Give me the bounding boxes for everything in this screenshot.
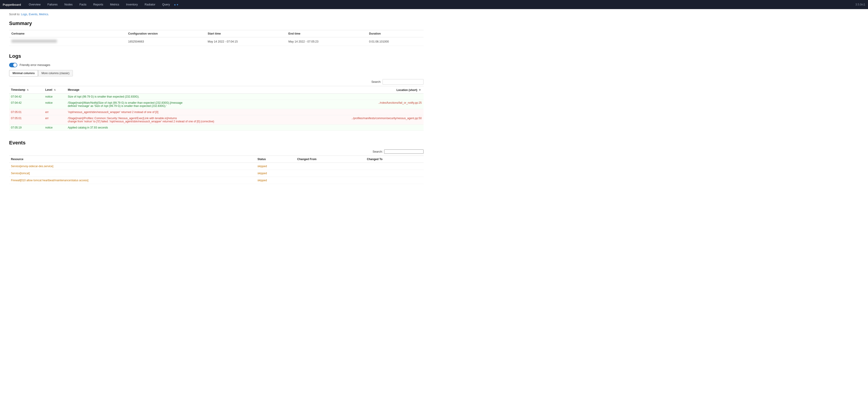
summary-heading: Summary [9,21,424,26]
col-duration: Duration [367,30,424,37]
col-end-time: End time [286,30,367,37]
logs-col-location[interactable]: Location (short) + [305,86,424,94]
friendly-messages-toggle[interactable] [9,63,17,67]
nav-item-facts[interactable]: Facts [76,2,90,7]
config-version-cell: 1652504663 [126,37,206,46]
event-changed-to [365,170,424,177]
nav-item-nodes[interactable]: Nodes [61,2,76,7]
event-resource: Service[tomcat] [9,170,256,177]
log-row: 07:05:01 err /Stage[main]/Profiles::Comm… [9,115,424,125]
events-col-resource: Resource [9,156,256,163]
event-status: skipped [256,163,295,170]
log-message: '/opt/nessus_agent/sbin/nessuscli_wrappe… [66,109,306,115]
certname-cell [9,37,126,46]
scroll-to-events[interactable]: Events [29,13,37,16]
events-col-changed-to: Changed To [365,156,424,163]
logs-col-message[interactable]: Message [66,86,306,94]
event-row: Service[envoy-sidecar-des.service] skipp… [9,163,424,170]
event-changed-to [365,177,424,184]
event-status: skipped [256,170,295,177]
event-resource: Firewall[010 allow tomcat heartbeat/main… [9,177,256,184]
log-timestamp: 07:04:42 [9,100,43,109]
scroll-to-bar: Scroll to: Logs, Events, Metrics. [9,13,424,16]
view-tabs: Minimal columns More columns (classic) [9,70,424,76]
log-location: ../profiles/manifests/common/security/ne… [305,115,424,125]
log-level: notice [43,94,66,100]
nav-dot: ● ▾ [174,3,178,6]
main-content: Scroll to: Logs, Events, Metrics. Summar… [0,9,433,187]
event-row: Firewall[010 allow tomcat heartbeat/main… [9,177,424,184]
scroll-to-logs[interactable]: Logs [21,13,27,16]
events-section: Events Search: Resource Status Changed F… [9,140,424,184]
logs-col-timestamp[interactable]: Timestamp ⇅ [9,86,43,94]
timestamp-sort-icon: ⇅ [27,89,29,91]
end-time-cell: May 14 2022 - 07:05:23 [286,37,367,46]
log-level: notice [43,125,66,131]
add-column-icon[interactable]: + [418,87,422,93]
events-col-changed-from: Changed From [295,156,365,163]
logs-heading: Logs [9,53,424,59]
event-row: Service[tomcat] skipped [9,170,424,177]
log-message: Size of /opt (99.79 G) is smaller than e… [66,94,306,100]
summary-table: Certname Configuration version Start tim… [9,30,424,46]
log-level: err [43,109,66,115]
events-search-label: Search: [373,150,383,153]
log-message: Applied catalog in 37.93 seconds [66,125,306,131]
friendly-toggle-row: Friendly error messages [9,63,424,67]
nav-item-query[interactable]: Query [159,2,173,7]
event-changed-from [295,163,365,170]
logs-search-input[interactable] [382,79,424,84]
events-col-status: Status [256,156,295,163]
summary-row: 1652504663 May 14 2022 - 07:04:15 May 14… [9,37,424,46]
scroll-to-metrics[interactable]: Metrics [39,13,48,16]
log-message: /Stage[main]/Profiles::Common::Security:… [66,115,306,125]
duration-cell: 0:01:08.101000 [367,37,424,46]
log-row: 07:04:42 notice Size of /opt (99.79 G) i… [9,94,424,100]
start-time-cell: May 14 2022 - 07:04:15 [206,37,286,46]
nav-item-radiator[interactable]: Radiator [142,2,158,7]
log-location [305,94,424,100]
nav-item-reports[interactable]: Reports [90,2,106,7]
events-table: Resource Status Changed From Changed To … [9,155,424,184]
event-status: skipped [256,177,295,184]
friendly-messages-label: Friendly error messages [20,64,50,67]
event-resource: Service[envoy-sidecar-des.service] [9,163,256,170]
log-timestamp: 07:05:19 [9,125,43,131]
log-location [305,125,424,131]
event-changed-from [295,170,365,177]
nav-item-inventory[interactable]: Inventory [123,2,141,7]
log-timestamp: 07:05:01 [9,109,43,115]
tab-more-columns[interactable]: More columns (classic) [38,70,73,76]
logs-section: Logs Friendly error messages Minimal col… [9,53,424,131]
navbar: Puppetboard Overview Failures Nodes Fact… [0,0,868,9]
version-label: 3.5.0rc1 [856,3,865,6]
events-search-input[interactable] [384,149,424,154]
log-location [305,109,424,115]
log-location: ../roles/functions/fail_or_notify.pp:25 [305,100,424,109]
col-config-version: Configuration version [126,30,206,37]
logs-search-row: Search: [9,79,424,84]
log-message: /Stage[main]/Main/Notify[Size of /opt (9… [66,100,306,109]
certname-value [11,40,57,43]
nav-item-failures[interactable]: Failures [44,2,61,7]
logs-table: Timestamp ⇅ Level ⇅ Message Location (sh… [9,86,424,131]
logs-col-level[interactable]: Level ⇅ [43,86,66,94]
level-sort-icon: ⇅ [54,89,56,91]
log-timestamp: 07:05:01 [9,115,43,125]
col-certname: Certname [9,30,126,37]
log-row: 07:04:42 notice /Stage[main]/Main/Notify… [9,100,424,109]
event-changed-from [295,177,365,184]
log-timestamp: 07:04:42 [9,94,43,100]
brand-logo[interactable]: Puppetboard [3,3,21,6]
events-heading: Events [9,140,424,146]
scroll-to-prefix: Scroll to: [9,13,20,16]
log-level: err [43,115,66,125]
log-level: notice [43,100,66,109]
event-changed-to [365,163,424,170]
nav-items: Overview Failures Nodes Facts Reports Me… [26,2,855,7]
nav-item-metrics[interactable]: Metrics [107,2,122,7]
log-row: 07:05:01 err '/opt/nessus_agent/sbin/nes… [9,109,424,115]
tab-minimal-columns[interactable]: Minimal columns [9,70,38,76]
log-row: 07:05:19 notice Applied catalog in 37.93… [9,125,424,131]
nav-item-overview[interactable]: Overview [26,2,44,7]
